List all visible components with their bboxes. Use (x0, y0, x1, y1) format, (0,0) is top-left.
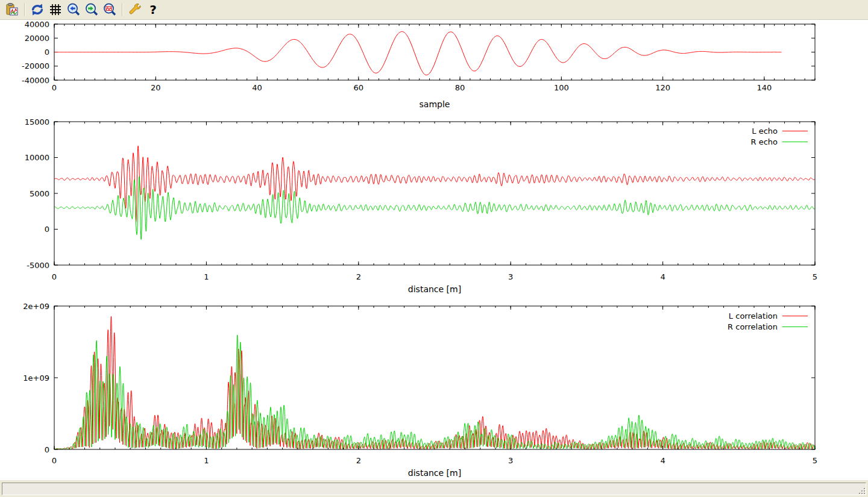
x-tick-label: 0 (52, 272, 57, 281)
x-tick-label: 40 (252, 83, 262, 92)
status-text-field (2, 483, 866, 495)
x-axis-label: distance [m] (408, 468, 461, 478)
resize-grip-icon[interactable] (858, 486, 866, 495)
x-tick-label: 0 (52, 456, 57, 465)
axis-ticks (54, 24, 815, 80)
status-bar (0, 480, 868, 497)
y-tick-label: 5000 (30, 189, 49, 198)
y-tick-label: 0 (45, 445, 49, 454)
zoom-next-button[interactable] (83, 1, 101, 18)
legend: L echoR echo (750, 127, 808, 146)
y-tick-label: -40000 (22, 76, 49, 85)
x-tick-label: 1 (204, 272, 209, 281)
y-tick-label: -5000 (27, 261, 49, 270)
copy-to-clipboard-button[interactable] (3, 1, 21, 18)
x-tick-label: 20 (151, 83, 161, 92)
y-tick-label: 10000 (25, 153, 49, 162)
refresh-icon (30, 2, 45, 17)
legend-label: L echo (752, 127, 778, 136)
y-tick-label: 20000 (25, 34, 49, 43)
wrench-icon (128, 2, 142, 17)
x-axis-label: distance [m] (408, 284, 461, 294)
x-tick-label: 4 (660, 272, 665, 281)
legend: L correlationR correlation (728, 311, 808, 331)
plot-border (54, 306, 815, 449)
legend-label: R correlation (728, 322, 778, 331)
x-tick-label: 5 (813, 456, 817, 465)
chart-1: 020406080100120140-40000-200000200004000… (22, 20, 815, 109)
plot-border (54, 24, 815, 80)
y-tick-label: 15000 (25, 117, 49, 127)
y-tick-label: 0 (45, 48, 49, 57)
x-tick-label: 2 (356, 272, 361, 281)
autoscale-button[interactable] (101, 1, 119, 18)
plot-area[interactable]: 020406080100120140-40000-200000200004000… (0, 20, 868, 480)
x-tick-label: 120 (655, 83, 670, 92)
toolbar: ? (0, 0, 868, 20)
x-tick-label: 3 (508, 456, 513, 465)
copy-chart-icon (5, 2, 19, 17)
x-tick-label: 1 (204, 456, 209, 465)
x-tick-label: 140 (756, 83, 772, 92)
zoom-next-icon (84, 2, 99, 17)
toggle-grid-button[interactable] (46, 1, 64, 18)
toolbar-separator (24, 3, 25, 16)
configure-button[interactable] (126, 1, 144, 18)
x-tick-label: 4 (660, 456, 665, 465)
grid-icon (48, 2, 63, 17)
y-tick-label: 40000 (25, 20, 49, 29)
chart-3: 01234501e+092e+09L correlationR correlat… (23, 302, 817, 478)
series-lines (54, 31, 782, 75)
zoom-previous-button[interactable] (64, 1, 83, 18)
y-tick-label: 2e+09 (23, 302, 49, 311)
charts-svg[interactable]: 020406080100120140-40000-200000200004000… (0, 20, 868, 480)
series-l-echo (54, 146, 815, 222)
toolbar-separator (122, 3, 123, 16)
replot-button[interactable] (28, 1, 46, 18)
gnuplot-window: ? 020406080100120140-40000-2000002000040… (0, 0, 868, 497)
x-tick-label: 60 (354, 83, 364, 92)
x-tick-label: 0 (52, 83, 57, 92)
y-tick-label: 1e+09 (23, 374, 49, 383)
y-tick-label: -20000 (22, 61, 49, 70)
series-r-echo (54, 177, 815, 240)
y-tick-label: 0 (45, 225, 49, 234)
x-tick-label: 5 (813, 272, 817, 281)
zoom-previous-icon (66, 2, 81, 17)
legend-label: L correlation (729, 311, 778, 320)
x-axis-label: sample (420, 99, 450, 109)
x-tick-label: 80 (455, 83, 465, 92)
x-tick-label: 100 (554, 83, 569, 92)
zoom-autoscale-icon (102, 2, 117, 17)
svg-text:?: ? (149, 2, 157, 17)
series-l-correlation (54, 316, 815, 449)
chart-2: 012345-5000050001000015000L echoR echodi… (25, 117, 818, 295)
series-lines (54, 146, 815, 239)
legend-label: R echo (750, 137, 778, 146)
series-lines (54, 316, 815, 449)
series-signal (54, 31, 782, 75)
x-tick-label: 3 (508, 272, 513, 281)
axis-ticks (54, 306, 815, 449)
help-button[interactable]: ? (144, 1, 162, 18)
x-tick-label: 2 (356, 456, 361, 465)
help-icon: ? (146, 2, 160, 17)
